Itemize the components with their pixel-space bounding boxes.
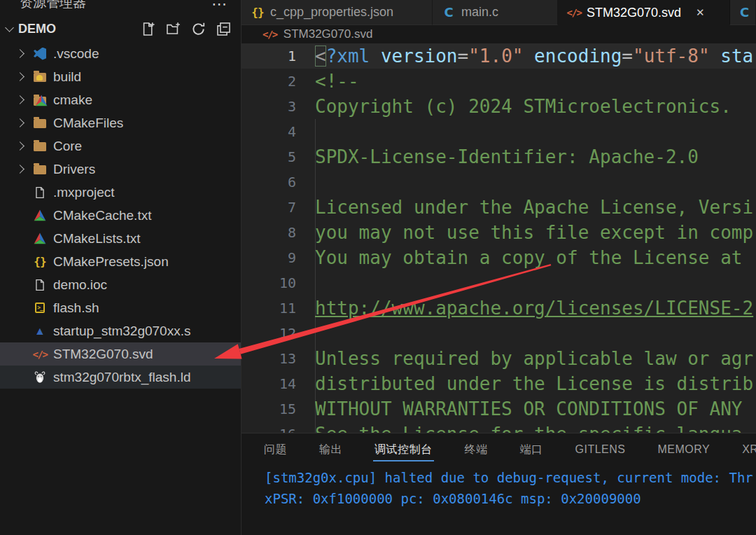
cmake-folder-icon — [34, 95, 46, 106]
breadcrumb-file-label: STM32G070.svd — [284, 27, 373, 41]
tab-label: c_cpp_properties.json — [270, 5, 393, 20]
code-line-6[interactable]: 6 — [241, 169, 756, 195]
section-name: DEMO — [18, 22, 141, 36]
line-number[interactable]: 13 — [241, 346, 315, 371]
code-line-4[interactable]: 4 — [241, 119, 756, 144]
code-line-9[interactable]: 9You may obtain a copy of the License at — [241, 245, 756, 270]
tree-item-vscode[interactable]: .vscode — [0, 42, 241, 65]
tab-stm32g070-svd[interactable]: </>STM32G070.svd✕ — [558, 0, 729, 25]
tree-item-cmakefiles[interactable]: CMakeFiles — [0, 111, 241, 134]
tree-item-stm32g070-svd[interactable]: </>STM32G070.svd — [0, 342, 241, 366]
tree-item-flash-sh[interactable]: >_flash.sh — [0, 296, 241, 319]
panel-tab-memory[interactable]: MEMORY — [656, 438, 711, 460]
tree-item-drivers[interactable]: Drivers — [0, 158, 241, 181]
gnu-linker-icon — [34, 371, 46, 384]
tree-item-mxproject[interactable]: .mxproject — [0, 181, 241, 204]
tree-item-build[interactable]: build — [0, 65, 241, 88]
line-number[interactable]: 2 — [241, 69, 315, 94]
chevron-right-icon — [17, 97, 32, 103]
line-text: distributed under the License is distrib — [315, 371, 756, 396]
line-number[interactable]: 14 — [241, 371, 315, 396]
tab-label: STM32G070.svd — [587, 6, 681, 20]
tree-item-cmakepresets-json[interactable]: {}CMakePresets.json — [0, 250, 241, 273]
line-text: See the License for the specific langua — [315, 422, 756, 433]
code-line-13[interactable]: 13Unless required by applicable law or a… — [241, 346, 756, 371]
chevron-down-icon — [5, 23, 14, 32]
terminal-script-icon: >_ — [35, 303, 45, 313]
line-number[interactable]: 1 — [241, 43, 315, 69]
refresh-icon[interactable] — [191, 22, 206, 36]
tree-item-label: Drivers — [53, 162, 95, 177]
code-line-3[interactable]: 3Copyright (c) 2024 STMicroelectronics. — [241, 94, 756, 119]
chevron-right-icon — [17, 120, 32, 126]
more-actions-icon[interactable]: ⋯ — [211, 0, 228, 10]
section-header-demo[interactable]: DEMO — [0, 15, 241, 42]
code-line-15[interactable]: 15WITHOUT WARRANTIES OR CONDITIONS OF AN… — [241, 396, 756, 422]
tree-item-cmake[interactable]: cmake — [0, 88, 241, 111]
code-line-8[interactable]: 8you may not use this file except in com… — [241, 220, 756, 245]
code-line-1[interactable]: 1<?xml version="1.0" encoding="utf-8" st… — [241, 43, 756, 69]
line-number[interactable]: 11 — [241, 296, 315, 321]
panel-tab-xrtos[interactable]: XRTOS — [741, 438, 756, 460]
code-line-16[interactable]: 16See the License for the specific langu… — [241, 422, 756, 433]
breadcrumb[interactable]: </> STM32G070.svd — [241, 25, 756, 43]
tree-item-core[interactable]: Core — [0, 134, 241, 158]
line-text: WITHOUT WARRANTIES OR CONDITIONS OF ANY — [315, 396, 756, 422]
line-number[interactable]: 7 — [241, 195, 315, 220]
line-number[interactable]: 9 — [241, 245, 315, 270]
tree-item-demo-ioc[interactable]: demo.ioc — [0, 273, 241, 296]
code-line-14[interactable]: 14distributed under the License is distr… — [241, 371, 756, 396]
line-number[interactable]: 4 — [241, 119, 315, 144]
new-folder-icon[interactable] — [166, 22, 181, 36]
folder-icon — [34, 119, 46, 128]
cmake-logo-icon — [35, 95, 48, 107]
tree-item-label: CMakePresets.json — [53, 254, 169, 270]
code-brackets-icon: </> — [567, 7, 582, 18]
folder-icon — [34, 142, 46, 151]
code-editor[interactable]: 1<?xml version="1.0" encoding="utf-8" st… — [241, 43, 756, 433]
tree-item-cmakecache-txt[interactable]: CMakeCache.txt — [0, 204, 241, 227]
chevron-right-icon — [17, 74, 32, 80]
file-icon — [34, 186, 46, 199]
line-number[interactable]: 6 — [241, 169, 315, 195]
tab-next-partial[interactable]: Cs — [729, 0, 756, 25]
panel-tab-ports[interactable]: 端口 — [519, 437, 545, 461]
line-number[interactable]: 12 — [241, 321, 315, 346]
code-line-2[interactable]: 2<!-- — [241, 69, 756, 94]
code-line-7[interactable]: 7Licensed under the Apache License, Vers… — [241, 195, 756, 220]
panel-tab-gitlens[interactable]: GITLENS — [574, 438, 627, 460]
panel-tab-problems[interactable]: 问题 — [262, 437, 288, 461]
tab-c-cpp-properties-json[interactable]: {}c_cpp_properties.json — [241, 0, 433, 25]
line-text: http://www.apache.org/licenses/LICENSE-2 — [315, 296, 756, 321]
close-icon[interactable]: ✕ — [696, 6, 705, 19]
tree-item-label: Core — [53, 139, 82, 154]
tree-item-label: CMakeFiles — [53, 116, 123, 131]
code-line-10[interactable]: 10 — [241, 270, 756, 296]
tab-main-c[interactable]: Cmain.c — [433, 0, 558, 25]
tree-item-stm32g070rbtx-flash-ld[interactable]: stm32g070rbtx_flash.ld — [0, 366, 241, 389]
line-number[interactable]: 16 — [241, 422, 315, 433]
panel-tab-terminal[interactable]: 终端 — [463, 437, 489, 461]
debug-console-output: [stm32g0x.cpu] halted due to debug-reque… — [241, 464, 756, 509]
code-line-12[interactable]: 12 — [241, 321, 756, 346]
tree-item-cmakelists-txt[interactable]: CMakeLists.txt — [0, 227, 241, 250]
tree-item-label: CMakeLists.txt — [53, 231, 141, 246]
panel-tab-debug-console[interactable]: 调试控制台 — [373, 437, 434, 461]
code-line-5[interactable]: 5SPDX-License-Identifier: Apache-2.0 — [241, 144, 756, 169]
code-brackets-icon: </> — [262, 29, 277, 40]
collapse-all-icon[interactable] — [216, 22, 231, 36]
line-number[interactable]: 5 — [241, 144, 315, 169]
line-text — [315, 321, 756, 346]
cmake-logo-icon — [34, 209, 46, 222]
line-number[interactable]: 15 — [241, 396, 315, 422]
tree-item-startup-stm32g070xx-s[interactable]: ▲startup_stm32g070xx.s — [0, 319, 241, 342]
build-folder-icon — [34, 73, 46, 82]
line-number[interactable]: 3 — [241, 94, 315, 119]
panel-tab-output[interactable]: 输出 — [318, 437, 344, 461]
line-number[interactable]: 8 — [241, 220, 315, 245]
line-number[interactable]: 10 — [241, 270, 315, 296]
code-line-11[interactable]: 11http://www.apache.org/licenses/LICENSE… — [241, 296, 756, 321]
new-file-icon[interactable] — [141, 22, 155, 36]
chevron-right-icon — [17, 166, 32, 172]
explorer-title: 资源管理器 — [20, 0, 86, 12]
